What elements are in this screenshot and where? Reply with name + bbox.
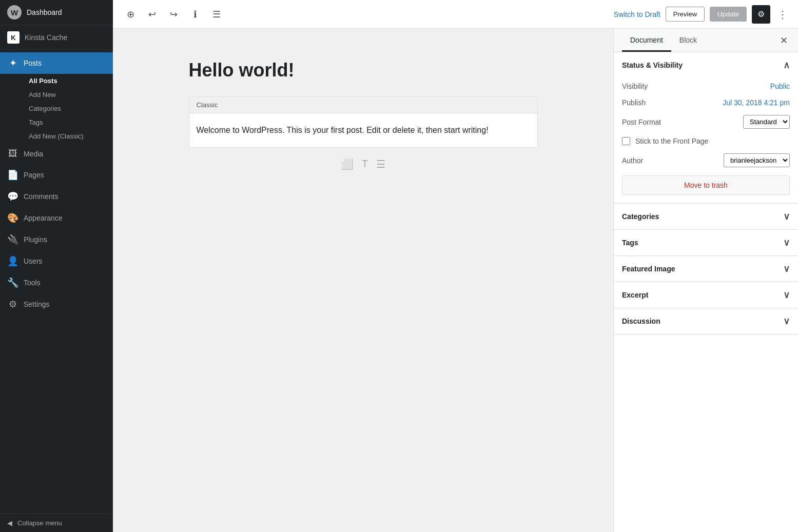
tags-chevron: ∨ <box>783 237 790 248</box>
redo-button[interactable]: ↪ <box>164 5 183 24</box>
info-button[interactable]: ℹ <box>186 5 204 24</box>
post-format-label: Post Format <box>622 118 661 126</box>
list-view-button[interactable]: ☰ <box>207 5 226 24</box>
tab-block[interactable]: Block <box>671 29 705 52</box>
status-visibility-chevron: ∧ <box>783 60 790 71</box>
insert-text-button[interactable]: T <box>362 158 368 170</box>
sidebar-item-plugins[interactable]: 🔌 Plugins <box>0 229 113 250</box>
sidebar-item-posts[interactable]: ✦ Posts <box>0 52 113 74</box>
sidebar-sub-all-posts[interactable]: All Posts <box>24 74 113 88</box>
classic-block-body[interactable]: Welcome to WordPress. This is your first… <box>189 113 537 147</box>
status-visibility-body: Visibility Public Publish Jul 30, 2018 4… <box>614 78 798 203</box>
add-block-button[interactable]: ⊕ <box>121 5 140 24</box>
sidebar-item-users[interactable]: 👤 Users <box>0 250 113 272</box>
editor-toolbar: ⊕ ↩ ↪ ℹ ☰ Switch to Draft Preview Update… <box>113 0 798 29</box>
sidebar-item-kinsta[interactable]: K Kinsta Cache <box>0 25 113 50</box>
block-tools: ⬜ T ☰ <box>189 148 538 181</box>
undo-button[interactable]: ↩ <box>143 5 161 24</box>
status-visibility-header[interactable]: Status & Visibility ∧ <box>614 52 798 78</box>
settings-gear-button[interactable]: ⚙ <box>752 5 770 24</box>
publish-value[interactable]: Jul 30, 2018 4:21 pm <box>723 98 790 107</box>
users-icon: 👤 <box>7 255 18 267</box>
publish-label: Publish <box>622 98 646 107</box>
sidebar-plugins-label: Plugins <box>24 235 47 244</box>
dashboard-label: Dashboard <box>27 8 62 16</box>
settings-icon: ⚙ <box>7 299 18 310</box>
media-icon: 🖼 <box>7 148 18 159</box>
tags-section: Tags ∨ <box>614 230 798 256</box>
visibility-row: Visibility Public <box>622 78 790 94</box>
sidebar-sub-add-new-classic[interactable]: Add New (Classic) <box>24 129 113 143</box>
featured-image-title: Featured Image <box>622 265 675 273</box>
excerpt-section: Excerpt ∨ <box>614 282 798 308</box>
panel-close-button[interactable]: ✕ <box>778 33 790 48</box>
sidebar: W Dashboard K Kinsta Cache ✦ Posts All P… <box>0 0 113 532</box>
excerpt-header[interactable]: Excerpt ∨ <box>614 282 798 308</box>
featured-image-header[interactable]: Featured Image ∨ <box>614 256 798 282</box>
publish-row: Publish Jul 30, 2018 4:21 pm <box>622 94 790 111</box>
toolbar-left-group: ⊕ ↩ ↪ ℹ ☰ <box>121 5 610 24</box>
post-format-select[interactable]: Standard Aside Image Video Quote Link <box>743 115 790 129</box>
classic-block[interactable]: Classic Welcome to WordPress. This is yo… <box>189 96 538 148</box>
excerpt-title: Excerpt <box>622 291 648 299</box>
switch-to-draft-button[interactable]: Switch to Draft <box>614 10 660 18</box>
categories-section: Categories ∨ <box>614 204 798 230</box>
sidebar-media-label: Media <box>24 150 43 158</box>
status-visibility-section: Status & Visibility ∧ Visibility Public … <box>614 52 798 204</box>
excerpt-chevron: ∨ <box>783 289 790 301</box>
categories-header[interactable]: Categories ∨ <box>614 204 798 229</box>
sidebar-sub-categories[interactable]: Categories <box>24 102 113 115</box>
collapse-arrow-icon: ◀ <box>7 519 12 527</box>
sidebar-item-comments[interactable]: 💬 Comments <box>0 186 113 207</box>
featured-image-chevron: ∨ <box>783 263 790 274</box>
sidebar-item-settings[interactable]: ⚙ Settings <box>0 293 113 315</box>
discussion-title: Discussion <box>622 317 660 325</box>
sidebar-posts-section: ✦ Posts All Posts Add New Categories Tag… <box>0 52 113 143</box>
sidebar-comments-label: Comments <box>24 192 59 201</box>
sidebar-sub-add-new[interactable]: Add New <box>24 88 113 102</box>
sidebar-sub-tags[interactable]: Tags <box>24 115 113 129</box>
tools-icon: 🔧 <box>7 277 18 288</box>
sidebar-users-label: Users <box>24 257 43 265</box>
sidebar-item-dashboard[interactable]: W Dashboard <box>0 0 113 25</box>
pages-icon: 📄 <box>7 169 18 181</box>
tags-header[interactable]: Tags ∨ <box>614 230 798 255</box>
sidebar-appearance-label: Appearance <box>24 214 63 222</box>
stick-to-front-row: Stick to the Front Page <box>622 133 790 149</box>
sidebar-item-appearance[interactable]: 🎨 Appearance <box>0 207 113 229</box>
classic-block-label: Classic <box>189 97 537 113</box>
status-visibility-title: Status & Visibility <box>622 61 683 69</box>
sidebar-posts-label: Posts <box>24 59 42 67</box>
insert-list-button[interactable]: ☰ <box>376 158 385 170</box>
appearance-icon: 🎨 <box>7 212 18 224</box>
post-format-row: Post Format Standard Aside Image Video Q… <box>622 111 790 133</box>
more-options-button[interactable]: ⋮ <box>775 6 790 23</box>
move-to-trash-button[interactable]: Move to trash <box>622 175 790 195</box>
comments-icon: 💬 <box>7 191 18 202</box>
sidebar-item-pages[interactable]: 📄 Pages <box>0 164 113 186</box>
kinsta-label: Kinsta Cache <box>25 33 67 42</box>
update-button[interactable]: Update <box>710 7 747 22</box>
visibility-value[interactable]: Public <box>770 82 790 90</box>
insert-image-button[interactable]: ⬜ <box>341 158 354 170</box>
author-label: Author <box>622 156 643 165</box>
collapse-menu-button[interactable]: ◀ Collapse menu <box>0 514 113 532</box>
post-title[interactable]: Hello world! <box>189 60 538 81</box>
preview-button[interactable]: Preview <box>666 7 705 22</box>
toolbar-right-group: Switch to Draft Preview Update ⚙ ⋮ <box>614 5 790 24</box>
panel-tabs: Document Block ✕ <box>614 29 798 52</box>
sidebar-item-media[interactable]: 🖼 Media <box>0 143 113 164</box>
tags-title: Tags <box>622 239 638 247</box>
posts-icon: ✦ <box>7 57 18 69</box>
discussion-header[interactable]: Discussion ∨ <box>614 308 798 334</box>
stick-to-front-label[interactable]: Stick to the Front Page <box>635 137 708 145</box>
author-select[interactable]: brianleejackson <box>724 153 790 167</box>
editor-content: Hello world! Classic Welcome to WordPres… <box>113 29 613 532</box>
main-area: ⊕ ↩ ↪ ℹ ☰ Switch to Draft Preview Update… <box>113 0 798 532</box>
tab-document[interactable]: Document <box>622 29 671 52</box>
stick-to-front-checkbox[interactable] <box>622 137 630 145</box>
sidebar-settings-label: Settings <box>24 300 50 308</box>
posts-submenu: All Posts Add New Categories Tags Add Ne… <box>0 74 113 143</box>
categories-title: Categories <box>622 212 659 221</box>
sidebar-item-tools[interactable]: 🔧 Tools <box>0 272 113 293</box>
